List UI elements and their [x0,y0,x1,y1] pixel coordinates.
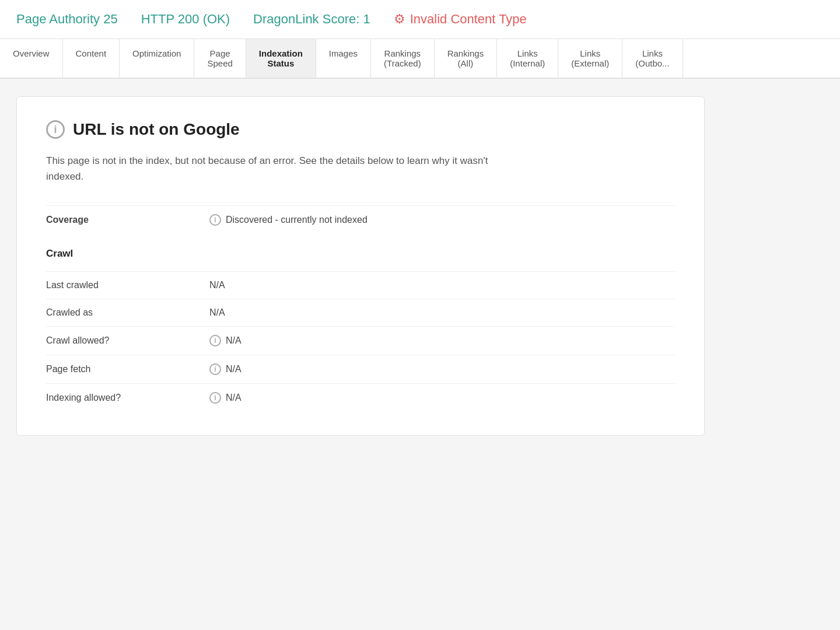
page-fetch-row: Page fetch i N/A [46,355,675,383]
tab-links-internal[interactable]: Links(Internal) [497,39,558,78]
last-crawled-label: Last crawled [46,280,209,290]
coverage-row: Coverage i Discovered - currently not in… [46,205,675,234]
last-crawled-value: N/A [209,280,225,290]
status-bar: Page Authority 25 HTTP 200 (OK) DragonLi… [0,0,840,39]
page-authority: Page Authority 25 [16,12,118,27]
crawl-allowed-label: Crawl allowed? [46,335,209,346]
gear-icon: ⚙ [394,12,405,27]
card-header: i URL is not on Google [46,120,675,139]
coverage-value: Discovered - currently not indexed [226,215,368,225]
card-title: URL is not on Google [73,120,240,139]
tab-links-outbound[interactable]: Links(Outbo... [622,39,682,78]
last-crawled-row: Last crawled N/A [46,271,675,299]
invalid-content-type-label: Invalid Content Type [410,12,527,27]
tab-optimization[interactable]: Optimization [120,39,194,78]
card-description: This page is not in the index, but not b… [46,153,501,184]
tab-images[interactable]: Images [316,39,371,78]
crawled-as-label: Crawled as [46,307,209,318]
tab-rankings-all[interactable]: Rankings(All) [435,39,498,78]
main-content: i URL is not on Google This page is not … [0,79,840,453]
crawled-as-value: N/A [209,307,225,318]
crawl-section: Crawl Last crawled N/A Crawled as N/A Cr… [46,248,675,412]
tab-overview[interactable]: Overview [0,39,63,78]
tab-content[interactable]: Content [63,39,120,78]
crawl-allowed-info-icon: i [209,335,221,346]
http-status: HTTP 200 (OK) [141,12,230,27]
crawl-allowed-row: Crawl allowed? i N/A [46,326,675,355]
header-info-icon: i [46,120,65,139]
crawled-as-row: Crawled as N/A [46,299,675,326]
tab-links-external[interactable]: Links(External) [558,39,622,78]
indexing-allowed-value: i N/A [209,392,242,404]
tab-navigation: Overview Content Optimization PageSpeed … [0,39,840,79]
page-fetch-info-icon: i [209,363,221,375]
indexing-allowed-label: Indexing allowed? [46,393,209,403]
tab-indexation-status[interactable]: IndexationStatus [246,39,316,78]
invalid-content-type-badge: ⚙ Invalid Content Type [394,12,527,27]
page-fetch-value: i N/A [209,363,242,375]
indexing-allowed-info-icon: i [209,392,221,404]
tab-page-speed[interactable]: PageSpeed [194,39,246,78]
coverage-label: Coverage [46,215,209,225]
indexing-allowed-row: Indexing allowed? i N/A [46,383,675,412]
indexation-card: i URL is not on Google This page is not … [16,96,705,436]
tab-rankings-tracked[interactable]: Rankings(Tracked) [371,39,435,78]
crawl-section-label: Crawl [46,248,675,260]
page-fetch-label: Page fetch [46,364,209,374]
coverage-info-icon: i [209,214,221,226]
crawl-allowed-value: i N/A [209,335,242,346]
dragonlink-score: DragonLink Score: 1 [253,12,370,27]
coverage-value-container: i Discovered - currently not indexed [209,214,368,226]
